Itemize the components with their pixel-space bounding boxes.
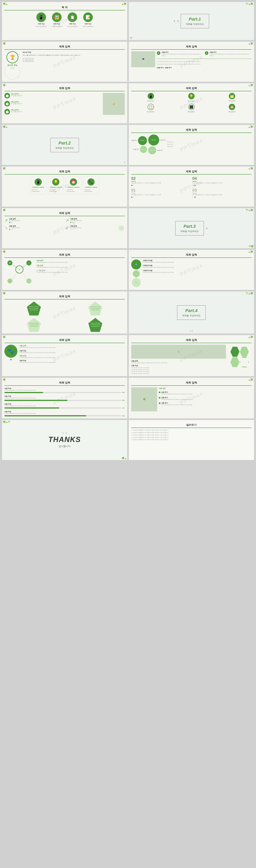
circle-4: 내용 추가 [148, 146, 156, 154]
icon-grid-3b-4: 📋 [148, 104, 154, 110]
sub-5a-2: Helping the disadvantaged [49, 189, 62, 192]
row-1: 🌿🍃 🌿🍃 목 차 📱 제목 작성 TITLE EXAMPLE 🖼️ 제목 작성… [2, 2, 254, 40]
leaf-decoration-part1-bl: 🌱 [130, 37, 132, 39]
sub-5a-3: Helping the disadvantaged [67, 189, 80, 192]
part3-box: Part.3 제목을 작성하세요 [175, 221, 204, 236]
slide-9b-heading: 제목 입력 [131, 337, 252, 343]
part4-deco: ✈ ✈ [190, 330, 193, 332]
dot-b1 [70, 222, 71, 223]
sub-7a-3: The best preparation for tomorrow is doi… [36, 272, 125, 273]
paw-icon: 🐾 [4, 345, 18, 358]
slide-part3: 🌿🍃🌱 🌱🌿 Part.3 제목을 작성하세요 ✈ [129, 208, 254, 248]
leaf-part4-tr: 🌿🍃🌱 [246, 292, 253, 294]
arrow-body-3: 텍스트를 입력하세요 [9, 227, 20, 229]
item-7a-2: 내용 입력 The best preparation for tomorrow … [36, 265, 125, 268]
toc-icon-2: 🖼️ [52, 12, 62, 22]
card-5a-3: ⏰ 인테르파스 official Helping the disadvantag… [65, 177, 82, 194]
thanks-sub: 감사합니다 [59, 444, 71, 448]
part1-label: Part.1 [186, 17, 204, 22]
toc-item-4: 📝 제목 작성 TITLE EXAMPLE [83, 12, 93, 27]
circle-1: 내용 추가 [138, 136, 147, 145]
list-9b-1: The specific purpose of an activity [131, 367, 226, 369]
sub-5a-4: Helping the disadvantaged [85, 189, 98, 192]
label-5a-4: 인테르파스 official [85, 186, 97, 188]
slide-10b-heading: 제목 입력 [131, 379, 252, 386]
bullet-3a-2: ⬤ 텍스트추가 텍스트를 입력하세요 [4, 101, 101, 106]
dot-b2 [72, 222, 73, 223]
slide-8a: 🌿 제목 입력 Never put off what you can do to… [2, 291, 127, 334]
part3-sub: 제목을 작성하세요 [181, 230, 199, 233]
body-10b-2: The best preparation for tomorrow is doi… [161, 399, 252, 400]
row-4: 🌿🍃 Part.2 제목을 작성하세요 ✈ 🌿🍃 제목 입력 내용 추가 내용 … [2, 125, 254, 165]
circle-label-2: 내용 추가 [133, 148, 139, 150]
slide-toc: 🌿🍃 🌿🍃 목 차 📱 제목 작성 TITLE EXAMPLE 🖼️ 제목 작성… [2, 2, 127, 40]
leaf-10b-tr: 🌿🍃 [248, 378, 253, 381]
slide-10b: 🌿🍃 제목 입력 🌿 내용 입력 내용 추가 The best preparat… [129, 378, 254, 418]
hex-4 [240, 357, 249, 367]
dot-6 [133, 196, 134, 198]
item-9a-2: 내용 작성 If you are doing your best, you do… [20, 350, 125, 353]
slide-2a-small: 텍스트를 입력하세요 [23, 58, 125, 59]
label-grid-3b-1: 텍스트추가 [147, 100, 154, 102]
dot-c2 [10, 229, 11, 230]
progress-item-1: 내용 작성 The best preparation for tomorrow … [4, 388, 125, 394]
circle-7b-3: ◯ [132, 278, 141, 287]
item-9a-4: 내용 작성 If you are doing your best, you do… [20, 360, 125, 363]
slide-10a-heading: 제목 입력 [4, 379, 125, 386]
arrow-label-4: 내용 입력 [70, 225, 82, 227]
prog-pct-2: 54% [122, 400, 125, 401]
pentagon-2: Never put off what you can do today with… [88, 302, 102, 315]
label-2b-4: 내용 추가 [165, 67, 171, 69]
arrow-label-3: 내용 입력 [9, 225, 20, 227]
leaf-9b-tr: 🌿🍃 [248, 336, 253, 338]
bullet-10b-1 [159, 392, 160, 393]
leaf-8a-tl: 🌿 [3, 292, 5, 294]
label-grid-3b-3: 텍스트추가 [229, 100, 235, 102]
toc-icon-3: 📋 [68, 12, 77, 22]
body-2b-2: The important things in life is to have … [210, 54, 252, 57]
num-5b-2: 04 [192, 176, 197, 182]
circle-label-4: 내용 추가 [157, 149, 163, 151]
dot-d1 [70, 229, 71, 230]
slide-part2: 🌿🍃 Part.2 제목을 작성하세요 ✈ [2, 125, 127, 165]
pentagon-text-4: Never put off what you can do today with… [88, 321, 102, 329]
dot-b3 [73, 222, 74, 223]
item-10b-3: 내용 추가 The best preparation for tomorrow … [159, 402, 252, 406]
prog-body-3: The best preparation for tomorrow is doi… [4, 405, 125, 407]
slide-6a: 🌿 제목 입력 ↗ 내용 입력 텍스트를 입력하세요 ↗ 내용 입력 [2, 208, 127, 248]
icon-5a-4: 📞 [87, 178, 95, 186]
body-2b-bottom-2: The important things in life is to have … [157, 63, 252, 65]
prog-label-1: 내용 작성 [4, 388, 125, 390]
num-5b-4: 03 [192, 188, 197, 193]
slide-3a-image: ✍️ [103, 93, 125, 115]
icon-grid-3b-5: ⬛ [188, 104, 195, 110]
toc-icon-4: 📝 [83, 12, 93, 22]
row-10: 🌿 제목 입력 내용 작성 The best preparation for t… [2, 378, 254, 418]
item-7a-3: ☆ 내용 입력 The best preparation for tomorro… [36, 270, 125, 273]
circle-7b-2: ◌ [133, 270, 140, 277]
toc-sublabel-1: TITLE EXAMPLE [36, 26, 46, 27]
prog-label-4: 내용 작성 [4, 410, 125, 413]
leaf-5b-tr: 🌿🍃 [248, 167, 253, 169]
leaf-part3-br: 🌱🌿 [248, 245, 253, 247]
arrow-body-4: 텍스트를 입력하세요 [70, 227, 82, 229]
text-3a-2: 텍스트추가 [11, 101, 22, 103]
label-9a-2: 내용 작성 [20, 350, 125, 352]
circle-2: 내용 추가 [140, 146, 147, 153]
sub-7a-2: The best preparation for tomorrow is doi… [36, 267, 125, 268]
slide-5b-heading: 제목 입력 [131, 168, 252, 175]
prog-label-2: 내용 작성 [4, 395, 125, 397]
slide-2a-small-3: 텍스트를 입력하세요 [23, 61, 125, 62]
arrow-label-1: 내용 입력 [9, 218, 20, 220]
label-2b-3: 내용 추가 [157, 67, 164, 69]
leaf-thanks-br: 🌿🍃 [122, 457, 126, 459]
label-9a-1: 내용 입력 [20, 345, 125, 347]
bird-deco-thanks: ✈ ✈ [62, 432, 67, 434]
dots-5b-4 [192, 196, 252, 198]
dot-8 [194, 196, 196, 198]
slide-7b: 🌿🍃 제목 입력 🌍 ◌ ◯ 사례연구내용 The best preparati… [129, 250, 254, 290]
slide-2a-small-2: 텍스트를 입력하세요 [23, 59, 125, 61]
grid-item-3b-6: 🏠 텍스트추가 [213, 104, 252, 113]
slide-5a: 🌿 제목 입력 📱 인테르파스 official Helping the dis… [2, 166, 127, 207]
bullet-3a-3: ⬤ 텍스트추가 텍스트를 입력하세요 [4, 109, 101, 115]
